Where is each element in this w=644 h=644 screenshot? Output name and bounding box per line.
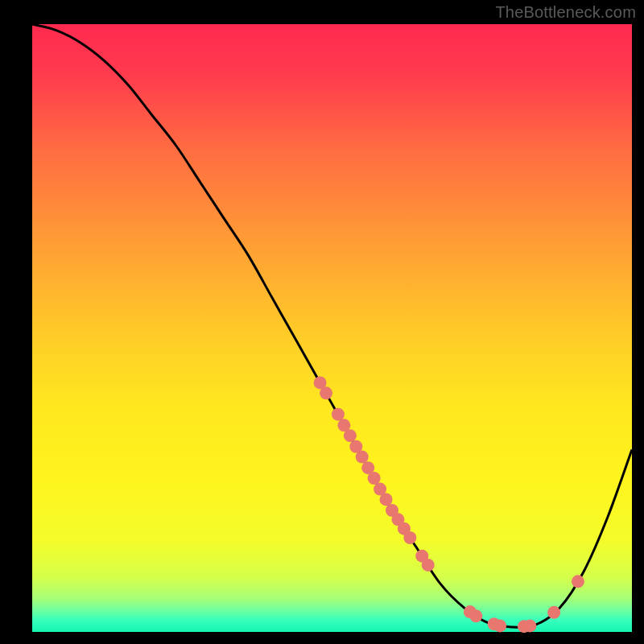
data-point (356, 451, 369, 464)
bottleneck-chart (0, 0, 644, 644)
watermark-text: TheBottleneck.com (495, 3, 636, 22)
data-point (547, 606, 560, 619)
data-point (344, 429, 357, 442)
data-point (320, 386, 332, 399)
chart-container: TheBottleneck.com (0, 0, 644, 644)
data-point (403, 531, 416, 544)
data-point (469, 609, 482, 622)
data-point (572, 575, 584, 588)
data-point (523, 619, 536, 632)
data-point (380, 493, 393, 506)
plot-background (32, 24, 632, 632)
data-point (332, 408, 345, 421)
data-point (368, 472, 381, 485)
data-point (493, 619, 506, 632)
data-point (422, 559, 435, 572)
